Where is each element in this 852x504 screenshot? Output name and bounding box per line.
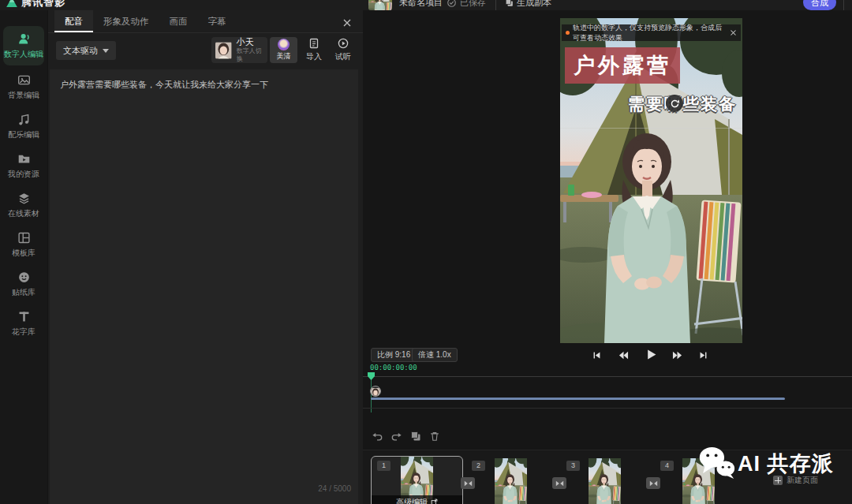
speed-button[interactable]: 倍速 1.0x — [412, 348, 458, 362]
sticker-icon — [17, 271, 31, 284]
new-page-label: 新建页面 — [787, 475, 818, 486]
refresh-text-button[interactable] — [666, 95, 683, 112]
refresh-icon — [670, 99, 680, 109]
notice-dot-icon — [566, 31, 570, 35]
topbar-divider-right — [843, 0, 844, 10]
drive-mode-select[interactable]: 文本驱动 — [56, 41, 116, 60]
script-text[interactable]: 户外露营需要哪些装备，今天就让我来给大家分享一下 — [50, 69, 358, 99]
timeline-ruler[interactable] — [363, 376, 852, 377]
fast-forward-button[interactable] — [672, 350, 682, 360]
import-icon — [308, 38, 320, 49]
play-button[interactable] — [645, 349, 657, 360]
selection-guide-line — [560, 128, 742, 129]
save-status: 已保存 — [460, 0, 486, 10]
video-title-overlay[interactable]: 户外露营 — [565, 47, 680, 84]
editor-panel: 配音 形象及动作 画面 字幕 文本驱动 小天 数字人切换 美清 — [47, 10, 363, 504]
advanced-edit-button[interactable]: 高级编辑 — [372, 495, 462, 504]
transition-button-1[interactable] — [461, 477, 475, 489]
char-count: 24 / 5000 — [318, 484, 351, 493]
transition-button-3[interactable] — [646, 477, 660, 489]
logo-icon — [6, 0, 17, 7]
preview-stage: 户外露营 需要哪些装备 轨道中的数字人，仅支持预览静态形象，合成后可查看动态效果… — [363, 10, 852, 504]
transition-icon — [555, 480, 564, 487]
delete-button[interactable] — [429, 431, 442, 443]
script-textarea[interactable]: 户外露营需要哪些装备，今天就让我来给大家分享一下 24 / 5000 — [50, 69, 358, 504]
sidebar-item-resources[interactable]: 我的资源 — [0, 152, 47, 180]
scene-number-badge: 2 — [472, 461, 485, 471]
sidebar-item-templates[interactable]: 模板库 — [0, 231, 47, 259]
scene-thumbnail-4[interactable] — [682, 458, 715, 504]
sidebar-item-digital-human[interactable]: 数字人编辑 — [3, 26, 44, 65]
notice-text: 轨道中的数字人，仅支持预览静态形象，合成后可查看动态效果 — [573, 23, 727, 43]
scene-number-badge: 3 — [566, 461, 580, 471]
track-notice-bar: 轨道中的数字人，仅支持预览静态形象，合成后可查看动态效果 — [562, 24, 741, 41]
project-name[interactable]: 未命名项目 — [399, 0, 443, 10]
dubbing-controls: 文本驱动 小天 数字人切换 美清 导入 试听 — [48, 33, 363, 69]
scene-number-badge: 1 — [377, 461, 390, 471]
sidebar-item-label: 在线素材 — [8, 208, 39, 219]
ratio-button[interactable]: 比例 9:16 — [371, 348, 417, 362]
audition-label: 试听 — [335, 51, 351, 62]
topbar: 腾讯智影 未命名项目 已保存 生成副本 合成 — [0, 0, 852, 10]
track-divider — [363, 408, 852, 409]
advanced-edit-label: 高级编辑 — [396, 497, 428, 504]
sidebar-item-background[interactable]: 背景编辑 — [0, 73, 47, 101]
scene-number-badge: 4 — [660, 461, 674, 471]
skip-end-button[interactable] — [699, 351, 708, 360]
sidebar-item-music[interactable]: 配乐编辑 — [0, 113, 47, 140]
transition-icon — [464, 480, 473, 487]
avatar-switch-label: 数字人切换 — [237, 47, 263, 63]
sidebar-item-label: 模板库 — [12, 248, 36, 259]
tab-appearance-action[interactable]: 形象及动作 — [93, 10, 159, 32]
compose-button[interactable]: 合成 — [803, 0, 836, 10]
transition-button-2[interactable] — [552, 477, 566, 489]
video-preview[interactable]: 户外露营 需要哪些装备 轨道中的数字人，仅支持预览静态形象，合成后可查看动态效果 — [560, 18, 742, 343]
scene-thumbnail-2[interactable] — [495, 458, 527, 504]
drive-mode-value: 文本驱动 — [63, 45, 98, 57]
tab-dubbing[interactable]: 配音 — [54, 10, 93, 32]
sidebar-item-label: 花字库 — [12, 327, 36, 338]
playhead[interactable] — [368, 372, 375, 380]
saved-check-icon — [447, 0, 456, 10]
audition-button[interactable]: 试听 — [330, 38, 357, 62]
notice-close-icon[interactable] — [730, 29, 737, 36]
transition-icon — [649, 480, 658, 487]
import-button[interactable]: 导入 — [301, 38, 327, 62]
voice-track-clip[interactable] — [371, 398, 785, 400]
panel-close-icon[interactable] — [342, 17, 353, 28]
digital-human-switcher[interactable]: 小天 数字人切换 — [211, 37, 267, 63]
redo-button[interactable] — [391, 431, 404, 443]
music-icon — [17, 113, 31, 126]
sidebar: 数字人编辑 背景编辑 配乐编辑 我的资源 在线素材 模板库 贴纸库 花字库 — [0, 10, 47, 504]
timecode: 00:00:00:00 — [370, 364, 417, 371]
rewind-button[interactable] — [618, 350, 629, 360]
play-circle-icon — [338, 38, 349, 49]
undo-button[interactable] — [372, 431, 384, 443]
sidebar-item-stickers[interactable]: 贴纸库 — [0, 271, 47, 298]
voice-select-button[interactable]: 美清 — [270, 37, 297, 63]
fancy-text-icon — [17, 310, 31, 323]
sidebar-item-label: 我的资源 — [8, 169, 39, 180]
layers-icon — [17, 192, 31, 205]
skip-start-button[interactable] — [592, 351, 601, 360]
project-thumbnail[interactable] — [368, 0, 392, 10]
app-logo: 腾讯智影 — [6, 0, 65, 10]
generate-copy-button[interactable]: 生成副本 — [517, 0, 551, 10]
topbar-divider — [495, 0, 496, 10]
new-page-button[interactable]: 新建页面 — [773, 475, 818, 486]
sidebar-item-label: 贴纸库 — [12, 287, 36, 298]
sidebar-item-materials[interactable]: 在线素材 — [0, 192, 47, 219]
scene-card-1[interactable]: 1 高级编辑 — [371, 456, 463, 504]
tab-subtitle[interactable]: 字幕 — [198, 10, 237, 32]
tab-picture[interactable]: 画面 — [159, 10, 198, 32]
generate-copy-icon — [505, 0, 514, 10]
scene-thumbnail-3[interactable] — [589, 458, 621, 504]
track-avatar-icon — [370, 386, 381, 397]
import-label: 导入 — [306, 51, 322, 62]
chevron-down-icon — [103, 49, 109, 53]
panel-tabs: 配音 形象及动作 画面 字幕 — [48, 10, 363, 33]
duplicate-button[interactable] — [410, 431, 423, 443]
sidebar-item-label: 配乐编辑 — [8, 129, 39, 140]
sidebar-item-fancy-text[interactable]: 花字库 — [0, 310, 47, 338]
scene-filmstrip: 1 高级编辑 2 3 — [363, 450, 852, 504]
